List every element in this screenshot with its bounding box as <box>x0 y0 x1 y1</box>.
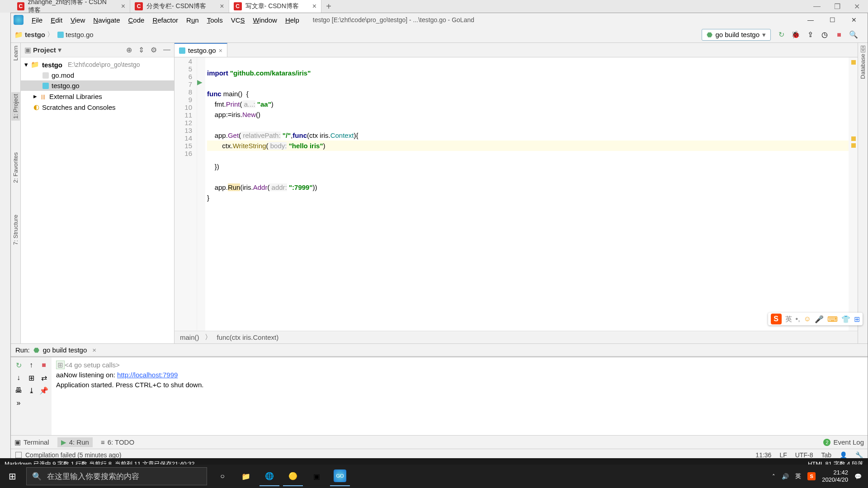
ide-maximize-icon[interactable]: ☐ <box>828 16 836 24</box>
print-icon[interactable]: 🖶 <box>14 385 24 395</box>
status-message: Compilation failed (5 minutes ago) <box>25 451 121 459</box>
menu-navigate[interactable]: Navigate <box>90 14 123 26</box>
tab-run[interactable]: ▶ 4: Run <box>57 437 93 447</box>
tree-external-libraries[interactable]: ▸⫼External Libraries <box>21 91 174 102</box>
close-icon[interactable]: × <box>220 2 224 10</box>
sidebar-structure[interactable]: 7: Structure <box>12 215 19 245</box>
close-icon[interactable]: × <box>92 346 96 354</box>
goland-taskbar-icon[interactable]: GO <box>330 466 350 486</box>
search-icon[interactable]: 🔍 <box>849 31 858 39</box>
browser-tab-1[interactable]: Czhanghe_zht的博客 - CSDN博客× <box>13 0 130 13</box>
sidebar-favorites[interactable]: 2: Favorites <box>12 152 19 183</box>
code-content[interactable]: import "github.com/kataras/iris" func ma… <box>205 57 849 331</box>
breadcrumb[interactable]: 📁 testgo 〉 testgo.go <box>14 30 94 39</box>
close-icon[interactable]: × <box>121 2 125 10</box>
terminal-icon[interactable]: ▣ <box>307 466 326 486</box>
debug-icon[interactable]: 🐞 <box>792 31 800 39</box>
clock[interactable]: 21:42 2020/4/20 <box>822 469 848 483</box>
ide-minimize-icon[interactable]: — <box>807 16 815 24</box>
start-button[interactable]: ⊞ <box>0 465 24 488</box>
stop-icon[interactable]: ■ <box>835 31 843 39</box>
run-icon[interactable]: ↻ <box>777 31 785 39</box>
menu-code[interactable]: Code <box>125 14 148 26</box>
run-console[interactable]: ⊞<4 go setup calls> aaNow listening on: … <box>52 357 868 435</box>
layout-icon[interactable]: ⊞ <box>26 373 36 383</box>
menu-help[interactable]: Help <box>282 14 303 26</box>
sidebar-project[interactable]: 1: Project <box>11 92 20 121</box>
ime-toolbar[interactable]: S 英 •, ☺ 🎤 ⌨ 👕 ⊞ <box>768 313 863 325</box>
expand-icon[interactable]: » <box>14 398 24 408</box>
wrap-icon[interactable]: ⇄ <box>39 373 49 383</box>
tree-testgo-go[interactable]: testgo.go <box>21 80 174 91</box>
tab-todo[interactable]: ≡ 6: TODO <box>101 438 134 446</box>
browser-tab-3[interactable]: C写文章- CSDN博客× <box>229 0 322 13</box>
menu-view[interactable]: View <box>67 14 89 26</box>
profile-icon[interactable]: ◷ <box>821 31 829 39</box>
gutter-marks: ▶ <box>197 57 205 331</box>
tree-scratches[interactable]: ◐Scratches and Consoles <box>21 102 174 113</box>
menu-window[interactable]: Window <box>250 14 281 26</box>
toolbox-icon[interactable]: ⊞ <box>854 315 860 324</box>
collapse-icon[interactable]: ⇕ <box>138 46 144 54</box>
line-separator[interactable]: LF <box>779 451 787 459</box>
skin-icon[interactable]: 👕 <box>841 315 850 324</box>
settings-icon[interactable]: 🔧 <box>855 451 863 459</box>
ide-close-icon[interactable]: ✕ <box>850 16 858 24</box>
keyboard-icon[interactable]: ⌨ <box>827 315 838 324</box>
tab-terminal[interactable]: ▣ Terminal <box>14 438 49 446</box>
explorer-icon[interactable]: 📁 <box>236 466 256 486</box>
tree-project-root[interactable]: ▾📁 testgo E:\zht\code\pro_go\testgo <box>21 59 174 70</box>
browser-tab-2[interactable]: C分类专栏- CSDN博客× <box>130 0 229 13</box>
browser-icon[interactable]: 🌐 <box>259 466 279 486</box>
code-editor[interactable]: 45678910111213141516 ▶ import "github.co… <box>175 57 858 331</box>
sidebar-learn[interactable]: Learn <box>12 46 19 61</box>
caret-position[interactable]: 11:36 <box>755 451 771 459</box>
target-icon[interactable]: ⊕ <box>126 46 132 54</box>
tree-gomod[interactable]: go.mod <box>21 70 174 80</box>
server-url-link[interactable]: http://localhost:7999 <box>117 371 178 379</box>
editor-area: testgo.go × 45678910111213141516 ▶ impor… <box>175 43 858 343</box>
hide-icon[interactable]: — <box>163 46 170 54</box>
indent[interactable]: Tab <box>821 451 831 459</box>
sidebar-database[interactable]: Database <box>859 54 866 79</box>
ime-indicator[interactable]: 英 <box>795 472 801 480</box>
coverage-icon[interactable]: ⇪ <box>806 31 814 39</box>
run-config-selector[interactable]: ⬣go build testgo▾ <box>702 29 771 41</box>
menu-tools[interactable]: Tools <box>203 14 226 26</box>
sogou-icon[interactable]: S <box>771 314 782 324</box>
up-icon[interactable]: ↑ <box>26 360 36 370</box>
tab-event-log[interactable]: 2 Event Log <box>823 438 864 446</box>
down-icon[interactable]: ↓ <box>14 373 24 383</box>
task-view-icon[interactable]: ○ <box>212 466 232 486</box>
gear-icon[interactable]: ⚙ <box>151 46 157 54</box>
sogou-tray-icon[interactable]: S <box>807 472 816 480</box>
encoding[interactable]: UTF-8 <box>795 451 813 459</box>
mic-icon[interactable]: 🎤 <box>815 315 824 324</box>
emoji-icon[interactable]: ☺ <box>804 315 811 323</box>
editor-tab-testgo[interactable]: testgo.go × <box>175 43 227 57</box>
close-icon[interactable]: × <box>312 2 316 10</box>
menu-vcs[interactable]: VCS <box>227 14 249 26</box>
menu-run[interactable]: Run <box>183 14 203 26</box>
window-minimize-icon[interactable]: — <box>813 2 821 11</box>
inspector-icon[interactable]: 👤 <box>840 451 847 459</box>
run-gutter-icon[interactable]: ▶ <box>197 78 205 86</box>
menu-edit[interactable]: Edit <box>47 14 66 26</box>
window-restore-icon[interactable]: ❐ <box>834 2 840 11</box>
new-tab-button[interactable]: + <box>321 1 336 12</box>
tray-chevron-icon[interactable]: ˄ <box>772 473 775 480</box>
pin-icon[interactable]: 📌 <box>39 385 49 395</box>
volume-icon[interactable]: 🔊 <box>782 473 789 480</box>
scroll-icon[interactable]: ⤓ <box>26 385 36 395</box>
taskbar-search[interactable]: 🔍 在这里输入你要搜索的内容 <box>26 467 207 485</box>
notifications-icon[interactable]: 💬 <box>854 473 862 480</box>
close-icon[interactable]: × <box>219 47 222 54</box>
system-tray[interactable]: ˄ 🔊 英 S 21:42 2020/4/20 💬 <box>772 469 868 483</box>
menu-file[interactable]: File <box>28 14 46 26</box>
stop-icon[interactable]: ■ <box>39 360 49 370</box>
rerun-icon[interactable]: ↻ <box>14 360 24 370</box>
menu-refactor[interactable]: Refactor <box>149 14 182 26</box>
tab-label: 分类专栏- CSDN博客 <box>146 2 206 10</box>
window-close-icon[interactable]: ✕ <box>854 2 860 11</box>
chrome-icon[interactable]: 🟡 <box>283 466 303 486</box>
